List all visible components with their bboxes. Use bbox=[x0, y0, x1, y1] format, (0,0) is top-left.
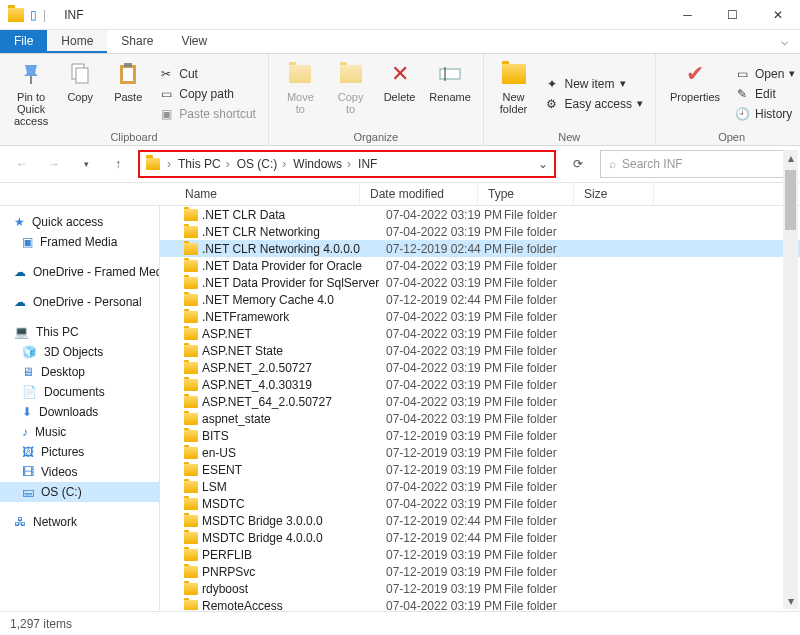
sidebar-item-videos[interactable]: 🎞Videos bbox=[0, 462, 159, 482]
table-row[interactable]: RemoteAccess07-04-2022 03:19 PMFile fold… bbox=[160, 597, 800, 610]
address-dropdown-icon[interactable]: ⌄ bbox=[538, 157, 548, 171]
address-bar[interactable]: › This PC› OS (C:)› Windows› INF ⌄ bbox=[138, 150, 556, 178]
table-row[interactable]: MSDTC07-04-2022 03:19 PMFile folder bbox=[160, 495, 800, 512]
properties-button[interactable]: ✔Properties bbox=[664, 58, 726, 129]
table-row[interactable]: en-US07-12-2019 03:19 PMFile folder bbox=[160, 444, 800, 461]
sidebar-quick-access[interactable]: ★Quick access bbox=[0, 212, 159, 232]
crumb-0[interactable]: This PC› bbox=[178, 157, 233, 171]
table-row[interactable]: .NETFramework07-04-2022 03:19 PMFile fol… bbox=[160, 308, 800, 325]
tab-view[interactable]: View bbox=[167, 30, 221, 53]
table-row[interactable]: .NET Data Provider for Oracle07-04-2022 … bbox=[160, 257, 800, 274]
sidebar-item-documents[interactable]: 📄Documents bbox=[0, 382, 159, 402]
collapse-ribbon-icon[interactable]: ⌵ bbox=[769, 30, 800, 53]
table-row[interactable]: PERFLIB07-12-2019 03:19 PMFile folder bbox=[160, 546, 800, 563]
tab-home[interactable]: Home bbox=[47, 30, 107, 53]
paste-icon bbox=[114, 60, 142, 88]
crumb-sep[interactable]: › bbox=[164, 157, 174, 171]
easy-access-button[interactable]: ⚙Easy access ▾ bbox=[540, 95, 647, 113]
table-row[interactable]: ESENT07-12-2019 03:19 PMFile folder bbox=[160, 461, 800, 478]
close-button[interactable]: ✕ bbox=[755, 0, 800, 30]
file-list[interactable]: .NET CLR Data07-04-2022 03:19 PMFile fol… bbox=[160, 206, 800, 610]
file-type: File folder bbox=[504, 497, 600, 511]
table-row[interactable]: .NET CLR Networking 4.0.0.007-12-2019 02… bbox=[160, 240, 800, 257]
paste-button[interactable]: Paste bbox=[106, 58, 150, 129]
cloud-icon: ☁ bbox=[14, 295, 26, 309]
file-name: PNRPSvc bbox=[202, 565, 386, 579]
paste-shortcut-button[interactable]: ▣Paste shortcut bbox=[154, 105, 260, 123]
up-button[interactable]: ↑ bbox=[106, 152, 130, 176]
qat-save-icon[interactable]: ▯ bbox=[30, 8, 37, 22]
table-row[interactable]: aspnet_state07-04-2022 03:19 PMFile fold… bbox=[160, 410, 800, 427]
table-row[interactable]: .NET Memory Cache 4.007-12-2019 02:44 PM… bbox=[160, 291, 800, 308]
pin-button[interactable]: Pin to Quick access bbox=[8, 58, 54, 129]
table-row[interactable]: MSDTC Bridge 4.0.0.007-12-2019 02:44 PMF… bbox=[160, 529, 800, 546]
sidebar-framed-media[interactable]: ▣Framed Media bbox=[0, 232, 159, 252]
file-name: .NET Data Provider for SqlServer bbox=[202, 276, 386, 290]
table-row[interactable]: .NET CLR Networking07-04-2022 03:19 PMFi… bbox=[160, 223, 800, 240]
table-row[interactable]: MSDTC Bridge 3.0.0.007-12-2019 02:44 PMF… bbox=[160, 512, 800, 529]
minimize-button[interactable]: ─ bbox=[665, 0, 710, 30]
maximize-button[interactable]: ☐ bbox=[710, 0, 755, 30]
crumb-1[interactable]: OS (C:)› bbox=[237, 157, 290, 171]
search-placeholder: Search INF bbox=[622, 157, 683, 171]
move-to-button[interactable]: Move to bbox=[277, 58, 324, 129]
new-folder-button[interactable]: New folder bbox=[492, 58, 536, 129]
table-row[interactable]: LSM07-04-2022 03:19 PMFile folder bbox=[160, 478, 800, 495]
sidebar-onedrive-2[interactable]: ☁OneDrive - Personal bbox=[0, 292, 159, 312]
crumb-2[interactable]: Windows› bbox=[293, 157, 354, 171]
col-type[interactable]: Type bbox=[478, 183, 574, 205]
open-button[interactable]: ▭Open ▾ bbox=[730, 65, 799, 83]
copy-to-button[interactable]: Copy to bbox=[328, 58, 374, 129]
cut-button[interactable]: ✂Cut bbox=[154, 65, 260, 83]
scroll-up-icon[interactable]: ▴ bbox=[783, 150, 798, 166]
new-item-button[interactable]: ✦New item ▾ bbox=[540, 75, 647, 93]
sidebar-item-desktop[interactable]: 🖥Desktop bbox=[0, 362, 159, 382]
forward-button[interactable]: → bbox=[42, 152, 66, 176]
table-row[interactable]: ASP.NET07-04-2022 03:19 PMFile folder bbox=[160, 325, 800, 342]
table-row[interactable]: ASP.NET State07-04-2022 03:19 PMFile fol… bbox=[160, 342, 800, 359]
table-row[interactable]: ASP.NET_4.0.3031907-04-2022 03:19 PMFile… bbox=[160, 376, 800, 393]
file-name: ASP.NET_64_2.0.50727 bbox=[202, 395, 386, 409]
table-row[interactable]: PNRPSvc07-12-2019 03:19 PMFile folder bbox=[160, 563, 800, 580]
table-row[interactable]: rdyboost07-12-2019 03:19 PMFile folder bbox=[160, 580, 800, 597]
back-button[interactable]: ← bbox=[10, 152, 34, 176]
table-row[interactable]: ASP.NET_64_2.0.5072707-04-2022 03:19 PMF… bbox=[160, 393, 800, 410]
table-row[interactable]: BITS07-12-2019 03:19 PMFile folder bbox=[160, 427, 800, 444]
delete-button[interactable]: ✕Delete bbox=[378, 58, 422, 129]
rename-icon bbox=[436, 60, 464, 88]
sidebar-item-downloads[interactable]: ⬇Downloads bbox=[0, 402, 159, 422]
tab-file[interactable]: File bbox=[0, 30, 47, 53]
sidebar-item-3d-objects[interactable]: 🧊3D Objects bbox=[0, 342, 159, 362]
refresh-button[interactable]: ⟳ bbox=[564, 150, 592, 178]
col-name[interactable]: Name bbox=[0, 183, 360, 205]
scroll-down-icon[interactable]: ▾ bbox=[783, 593, 798, 609]
col-size[interactable]: Size bbox=[574, 183, 654, 205]
copy-path-button[interactable]: ▭Copy path bbox=[154, 85, 260, 103]
search-input[interactable]: ⌕ Search INF bbox=[600, 150, 790, 178]
sidebar-this-pc[interactable]: 💻This PC bbox=[0, 322, 159, 342]
file-date: 07-04-2022 03:19 PM bbox=[386, 327, 504, 341]
rename-button[interactable]: Rename bbox=[426, 58, 475, 129]
scrollbar[interactable]: ▴ ▾ bbox=[783, 150, 798, 609]
copy-button[interactable]: Copy bbox=[58, 58, 102, 129]
folder-icon bbox=[184, 498, 202, 510]
table-row[interactable]: ASP.NET_2.0.5072707-04-2022 03:19 PMFile… bbox=[160, 359, 800, 376]
cut-icon: ✂ bbox=[158, 66, 174, 82]
table-row[interactable]: .NET Data Provider for SqlServer07-04-20… bbox=[160, 274, 800, 291]
sidebar-item-os-c-[interactable]: 🖴OS (C:) bbox=[0, 482, 159, 502]
history-button[interactable]: 🕘History bbox=[730, 105, 799, 123]
group-organize-label: Organize bbox=[277, 129, 475, 143]
col-date[interactable]: Date modified bbox=[360, 183, 478, 205]
sidebar-item-pictures[interactable]: 🖼Pictures bbox=[0, 442, 159, 462]
crumb-3[interactable]: INF bbox=[358, 157, 377, 171]
recent-dropdown[interactable]: ▾ bbox=[74, 152, 98, 176]
table-row[interactable]: .NET CLR Data07-04-2022 03:19 PMFile fol… bbox=[160, 206, 800, 223]
file-name: MSDTC Bridge 4.0.0.0 bbox=[202, 531, 386, 545]
sidebar-onedrive-1[interactable]: ☁OneDrive - Framed Media bbox=[0, 262, 159, 282]
sidebar-network[interactable]: 🖧Network bbox=[0, 512, 159, 532]
edit-button[interactable]: ✎Edit bbox=[730, 85, 799, 103]
sidebar-item-music[interactable]: ♪Music bbox=[0, 422, 159, 442]
scroll-thumb[interactable] bbox=[785, 170, 796, 230]
file-name: LSM bbox=[202, 480, 386, 494]
tab-share[interactable]: Share bbox=[107, 30, 167, 53]
